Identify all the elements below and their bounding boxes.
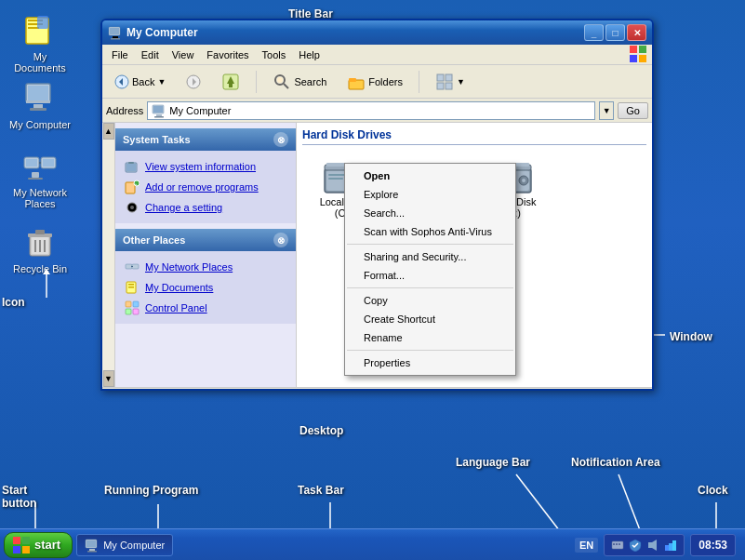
taskbar: start My Computer EN bbox=[0, 528, 745, 560]
go-button[interactable]: Go bbox=[618, 102, 648, 119]
statusbar: Free Space: 12.4 GB Total Size: 15.9 GB … bbox=[102, 387, 652, 391]
addressbar: Address My Computer ▼ Go bbox=[102, 99, 652, 123]
svg-rect-118 bbox=[13, 537, 20, 544]
minimize-button[interactable]: _ bbox=[584, 24, 604, 41]
menu-view[interactable]: View bbox=[166, 47, 200, 62]
other-places-section: Other Places ⊗ My Network Places bbox=[115, 229, 296, 324]
ctx-search[interactable]: Search... bbox=[345, 204, 515, 222]
menu-help[interactable]: Help bbox=[293, 47, 326, 62]
link-view-system-info[interactable]: View system information bbox=[123, 156, 288, 177]
views-dropdown[interactable]: ▼ bbox=[457, 77, 465, 87]
system-tasks-header[interactable]: System Tasks ⊗ bbox=[115, 128, 296, 151]
keyboard-icon bbox=[611, 539, 624, 552]
start-button[interactable]: start bbox=[4, 532, 73, 558]
close-button[interactable]: ✕ bbox=[627, 24, 646, 41]
language-indicator[interactable]: EN bbox=[575, 538, 598, 553]
back-button[interactable]: Back ▼ bbox=[106, 71, 174, 93]
desktop-icon-label: My Network Places bbox=[7, 187, 73, 209]
svg-rect-6 bbox=[28, 86, 48, 100]
svg-rect-67 bbox=[446, 83, 452, 89]
status-computer-icon bbox=[565, 391, 579, 392]
svg-rect-51 bbox=[639, 55, 646, 62]
desktop-icon-my-documents[interactable]: My Documents bbox=[7, 11, 73, 73]
address-computer-icon bbox=[152, 103, 166, 118]
ctx-create-shortcut[interactable]: Create Shortcut bbox=[345, 310, 515, 328]
svg-rect-86 bbox=[126, 301, 131, 307]
taskbar-my-computer[interactable]: My Computer bbox=[76, 534, 173, 556]
ctx-scan[interactable]: Scan with Sophos Anti-Virus bbox=[345, 222, 515, 241]
menu-tools[interactable]: Tools bbox=[257, 47, 292, 62]
forward-button[interactable] bbox=[178, 71, 209, 93]
desktop-icon-label: Recycle Bin bbox=[13, 263, 67, 274]
toolbar-separator-1 bbox=[256, 71, 257, 93]
scroll-down[interactable]: ▼ bbox=[103, 370, 114, 387]
desktop-icon-recycle-bin[interactable]: Recycle Bin bbox=[7, 223, 73, 274]
scroll-area[interactable]: ▲ ▼ bbox=[102, 123, 115, 387]
search-button[interactable]: Search bbox=[264, 69, 335, 95]
svg-rect-63 bbox=[349, 78, 356, 82]
folders-label: Folders bbox=[368, 76, 403, 87]
address-input[interactable]: My Computer bbox=[147, 101, 595, 120]
annotation-icon: Icon bbox=[2, 296, 25, 309]
maximize-button[interactable]: □ bbox=[605, 24, 625, 41]
svg-rect-84 bbox=[128, 284, 134, 286]
svg-rect-15 bbox=[32, 172, 39, 178]
svg-rect-75 bbox=[126, 182, 135, 193]
ctx-open[interactable]: Open bbox=[345, 167, 515, 185]
svg-rect-20 bbox=[35, 230, 45, 234]
link-my-network-places[interactable]: My Network Places bbox=[123, 257, 288, 277]
ctx-sharing[interactable]: Sharing and Security... bbox=[345, 247, 515, 266]
other-places-collapse-icon[interactable]: ⊗ bbox=[273, 233, 288, 247]
address-dropdown[interactable]: ▼ bbox=[599, 101, 614, 120]
ctx-properties[interactable]: Properties bbox=[345, 353, 515, 372]
svg-rect-8 bbox=[30, 108, 47, 111]
ctx-sep-1 bbox=[347, 244, 513, 245]
svg-rect-7 bbox=[33, 104, 43, 108]
network-icon bbox=[125, 260, 140, 274]
toolbar: Back ▼ bbox=[102, 65, 652, 99]
link-control-panel[interactable]: Control Panel bbox=[123, 298, 288, 318]
views-icon bbox=[435, 73, 454, 91]
search-label: Search bbox=[294, 76, 326, 87]
desktop-icon-my-computer[interactable]: My Computer bbox=[7, 79, 73, 130]
link-change-setting[interactable]: Change a setting bbox=[123, 197, 288, 218]
svg-rect-128 bbox=[616, 543, 618, 545]
svg-line-40 bbox=[619, 474, 642, 535]
svg-rect-4 bbox=[37, 16, 48, 29]
menu-favorites[interactable]: Favorites bbox=[201, 47, 254, 62]
ctx-rename[interactable]: Rename bbox=[345, 328, 515, 347]
up-icon bbox=[221, 73, 240, 91]
clock[interactable]: 08:53 bbox=[690, 534, 736, 556]
annotation-taskbar: Task Bar bbox=[298, 484, 344, 497]
views-button[interactable]: ▼ bbox=[427, 69, 473, 95]
link-my-documents[interactable]: My Documents bbox=[123, 277, 288, 298]
svg-rect-88 bbox=[126, 309, 131, 314]
ctx-explore[interactable]: Explore bbox=[345, 185, 515, 204]
other-places-header[interactable]: Other Places ⊗ bbox=[115, 229, 296, 251]
svg-line-60 bbox=[284, 84, 288, 88]
tray-icon-4[interactable] bbox=[663, 538, 678, 553]
folders-button[interactable]: Folders bbox=[339, 69, 411, 95]
ctx-copy[interactable]: Copy bbox=[345, 291, 515, 310]
svg-rect-46 bbox=[113, 36, 118, 38]
up-button[interactable] bbox=[213, 69, 248, 95]
menu-edit[interactable]: Edit bbox=[136, 47, 165, 62]
desktop-icon-my-network[interactable]: My Network Places bbox=[7, 147, 73, 209]
speaker-icon bbox=[646, 539, 659, 552]
link-add-remove-programs[interactable]: + Add or remove programs bbox=[123, 177, 288, 197]
forward-icon bbox=[186, 74, 201, 89]
scroll-up[interactable]: ▲ bbox=[103, 123, 114, 140]
system-tasks-collapse-icon[interactable]: ⊗ bbox=[273, 132, 288, 147]
svg-rect-129 bbox=[619, 543, 620, 545]
back-dropdown[interactable]: ▼ bbox=[157, 77, 166, 87]
svg-rect-9 bbox=[26, 100, 50, 103]
svg-rect-87 bbox=[133, 301, 139, 307]
ctx-format[interactable]: Format... bbox=[345, 266, 515, 285]
svg-rect-85 bbox=[128, 287, 134, 288]
tray-icon-1[interactable] bbox=[610, 538, 625, 553]
tray-icon-2[interactable] bbox=[628, 538, 643, 553]
tray-icon-3[interactable] bbox=[645, 538, 660, 553]
menu-file[interactable]: File bbox=[106, 47, 134, 62]
system-tasks-content: View system information + Add or remove … bbox=[115, 151, 296, 223]
svg-rect-13 bbox=[43, 159, 54, 167]
